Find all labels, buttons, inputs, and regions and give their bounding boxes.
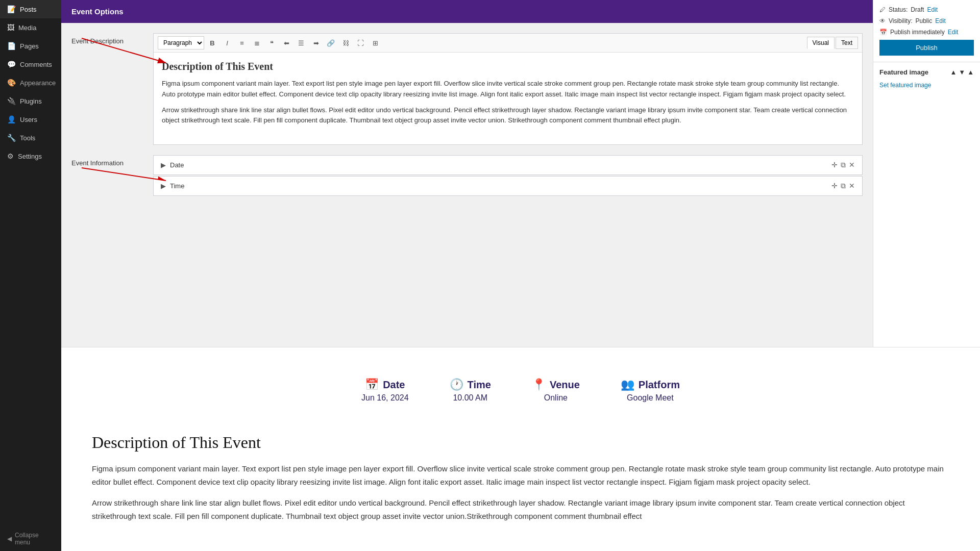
meta-date: 📅 Date Jun 16, 2024 — [361, 378, 409, 403]
preview-section: 📅 Date Jun 16, 2024 🕐 Time 10.00 AM 📍 — [61, 347, 980, 551]
fullscreen-button[interactable]: ⛶ — [354, 36, 367, 49]
sidebar-item-users[interactable]: 👤 Users — [0, 110, 61, 129]
event-info-date-header[interactable]: ▶ Date ✛ ⧉ ✕ — [154, 156, 862, 174]
editor-heading: Description of This Event — [162, 61, 854, 72]
meta-time-value: 10.00 AM — [450, 393, 491, 403]
editor-paragraph-2: Arrow strikethrough share link line star… — [162, 105, 854, 127]
editor-body: Event Description Paragraph B I ≡ ≣ ❝ — [61, 23, 873, 217]
sidebar-item-pages[interactable]: 📄 Pages — [0, 37, 61, 55]
time-row-label: Time — [170, 182, 831, 190]
event-info-rows: ▶ Date ✛ ⧉ ✕ — [153, 155, 863, 197]
time-delete-icon[interactable]: ✕ — [849, 182, 855, 190]
meta-platform-icon: 👥 — [621, 378, 634, 391]
unordered-list-button[interactable]: ≡ — [235, 36, 249, 49]
event-meta-bar: 📅 Date Jun 16, 2024 🕐 Time 10.00 AM 📍 — [92, 368, 949, 413]
editor-content-area[interactable]: Description of This Event Figma ipsum co… — [154, 53, 862, 144]
collapse-down-icon[interactable]: ▼ — [959, 68, 965, 76]
sidebar-item-settings[interactable]: ⚙ Settings — [0, 147, 61, 165]
featured-image-title: Featured image — [879, 68, 928, 76]
page-layout: 📝 Posts 🖼 Media 📄 Pages 💬 Comments 🎨 App… — [0, 0, 980, 551]
align-right-button[interactable]: ➡ — [309, 36, 323, 49]
preview-paragraph-2: Arrow strikethrough share link line star… — [92, 496, 949, 522]
featured-image-header: Featured image ▲ ▼ ▲ — [879, 68, 974, 76]
collapse-menu-button[interactable]: ◀ Collapse menu — [0, 527, 61, 551]
meta-platform: 👥 Platform Google Meet — [621, 378, 680, 403]
editor-box: Paragraph B I ≡ ≣ ❝ ⬅ ☰ ➡ 🔗 ⛓ — [153, 33, 863, 145]
meta-venue-icon: 📍 — [532, 378, 546, 391]
meta-date-icon: 📅 — [365, 378, 379, 391]
visibility-value: Public — [915, 17, 932, 24]
sidebar-item-plugins[interactable]: 🔌 Plugins — [0, 92, 61, 110]
time-chevron-icon: ▶ — [161, 182, 166, 190]
meta-time: 🕐 Time 10.00 AM — [450, 378, 491, 403]
event-info-time-row: ▶ Time ✛ ⧉ ✕ — [153, 176, 863, 196]
time-copy-icon[interactable]: ⧉ — [841, 182, 846, 190]
settings-icon: ⚙ — [7, 152, 14, 160]
meta-venue-value: Online — [532, 393, 580, 403]
publish-time-row: 📅 Publish immediately Edit — [879, 29, 974, 36]
calendar-icon: 📅 — [879, 29, 887, 36]
unlink-button[interactable]: ⛓ — [339, 36, 352, 49]
text-tab[interactable]: Text — [836, 37, 858, 49]
date-copy-icon[interactable]: ⧉ — [841, 161, 846, 169]
meta-venue-label: 📍 Venue — [532, 378, 580, 391]
right-sidebar: 🖊 Status: Draft Edit 👁 Visibility: Publi… — [873, 0, 980, 347]
link-button[interactable]: 🔗 — [324, 36, 337, 49]
status-label: Status: — [889, 6, 908, 13]
editor-toolbar: Paragraph B I ≡ ≣ ❝ ⬅ ☰ ➡ 🔗 ⛓ — [154, 34, 862, 53]
set-featured-image-link[interactable]: Set featured image — [879, 82, 931, 89]
appearance-icon: 🎨 — [7, 79, 16, 87]
paragraph-select[interactable]: Paragraph — [158, 36, 204, 49]
posts-icon: 📝 — [7, 5, 16, 13]
users-icon: 👤 — [7, 115, 16, 123]
publish-button[interactable]: Publish — [879, 40, 974, 56]
content-area: Event Options — [61, 0, 980, 347]
status-edit-link[interactable]: Edit — [927, 6, 938, 13]
status-row: 🖊 Status: Draft Edit — [879, 6, 974, 13]
visibility-row: 👁 Visibility: Public Edit — [879, 17, 974, 24]
meta-date-label: 📅 Date — [361, 378, 409, 391]
meta-platform-value: Google Meet — [621, 393, 680, 403]
featured-image-close-icon[interactable]: ▲ — [967, 68, 974, 76]
publish-time-edit-link[interactable]: Edit — [948, 29, 959, 36]
time-add-icon[interactable]: ✛ — [831, 182, 838, 190]
sidebar-item-comments[interactable]: 💬 Comments — [0, 55, 61, 73]
date-row-actions: ✛ ⧉ ✕ — [831, 161, 855, 169]
date-row-label: Date — [170, 161, 831, 169]
status-icon: 🖊 — [879, 6, 886, 13]
comments-icon: 💬 — [7, 60, 16, 68]
date-add-icon[interactable]: ✛ — [831, 161, 838, 169]
publish-time-label: Publish immediately — [890, 29, 945, 36]
publish-panel: 🖊 Status: Draft Edit 👁 Visibility: Publi… — [873, 0, 980, 62]
pages-icon: 📄 — [7, 42, 16, 50]
preview-heading: Description of This Event — [92, 433, 949, 452]
meta-time-icon: 🕐 — [450, 378, 463, 391]
align-center-button[interactable]: ☰ — [295, 36, 308, 49]
meta-platform-label: 👥 Platform — [621, 378, 680, 391]
sidebar-item-tools[interactable]: 🔧 Tools — [0, 129, 61, 147]
visual-tab[interactable]: Visual — [807, 37, 835, 49]
media-icon: 🖼 — [7, 23, 14, 32]
date-chevron-icon: ▶ — [161, 161, 166, 169]
align-left-button[interactable]: ⬅ — [280, 36, 293, 49]
plugins-icon: 🔌 — [7, 97, 16, 105]
preview-description: Description of This Event Figma ipsum co… — [92, 433, 949, 522]
collapse-up-icon[interactable]: ▲ — [950, 68, 957, 76]
ordered-list-button[interactable]: ≣ — [250, 36, 263, 49]
italic-button[interactable]: I — [220, 36, 234, 49]
visual-text-tabs: Visual Text — [807, 37, 858, 49]
visibility-edit-link[interactable]: Edit — [935, 17, 946, 24]
bold-button[interactable]: B — [206, 36, 219, 49]
time-row-actions: ✛ ⧉ ✕ — [831, 182, 855, 190]
date-delete-icon[interactable]: ✕ — [849, 161, 855, 169]
editor-paragraph-1: Figma ipsum component variant main layer… — [162, 79, 854, 100]
tools-icon: 🔧 — [7, 134, 16, 142]
sidebar-item-posts[interactable]: 📝 Posts — [0, 0, 61, 18]
status-value: Draft — [911, 6, 924, 13]
event-description-label: Event Description — [71, 33, 143, 45]
blockquote-button[interactable]: ❝ — [265, 36, 278, 49]
sidebar-item-media[interactable]: 🖼 Media — [0, 18, 61, 37]
sidebar-item-appearance[interactable]: 🎨 Appearance — [0, 73, 61, 92]
event-info-time-header[interactable]: ▶ Time ✛ ⧉ ✕ — [154, 177, 862, 195]
grid-button[interactable]: ⊞ — [369, 36, 382, 49]
